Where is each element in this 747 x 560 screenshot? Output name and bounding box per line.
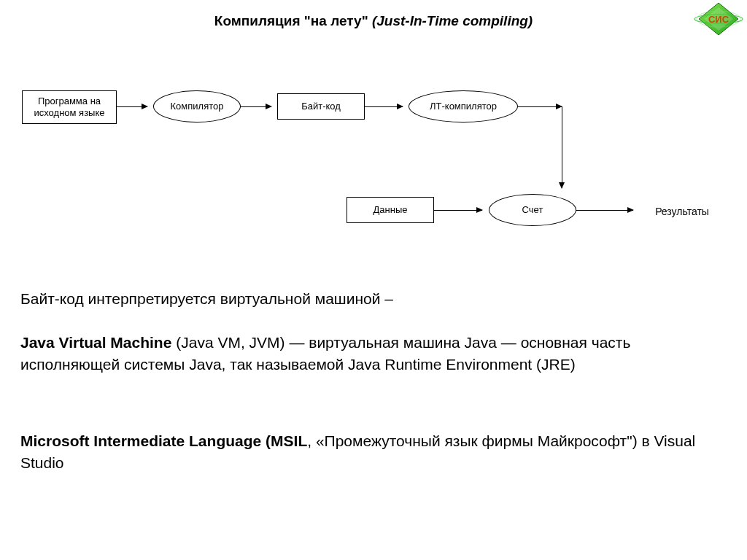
node-bytecode: Байт-код [277, 93, 365, 120]
page-title: Компиляция "на лету" (Just-In-Time compi… [0, 13, 747, 29]
node-source-program: Программа на исходном языке [22, 90, 117, 124]
para-bytecode-interpreted: Байт-код интерпретируется виртуальной ма… [20, 288, 706, 310]
para2-bold: Java Virtual Machine [20, 334, 171, 351]
arrow-compiler-to-bytecode [241, 106, 271, 107]
arrow-bytecode-to-jit [365, 106, 403, 107]
title-ru: Компиляция "на лету" [214, 13, 368, 28]
para1-text: Байт-код интерпретируется виртуальной ма… [20, 290, 393, 307]
jit-diagram: Программа на исходном языке Компилятор Б… [0, 73, 747, 262]
node-run: Счет [489, 194, 576, 226]
arrow-source-to-compiler [117, 106, 147, 107]
node-data: Данные [347, 197, 434, 223]
arrow-run-to-results [576, 210, 633, 211]
arrow-jit-down-to-run [562, 106, 562, 188]
para-msil: Microsoft Intermediate Language (MSIL, «… [20, 430, 706, 475]
para-jvm: Java Virtual Machine (Java VM, JVM) — ви… [20, 332, 706, 376]
title-en: (Just-In-Time compiling) [372, 13, 533, 28]
para3-bold: Microsoft Intermediate Language (MSIL [20, 432, 307, 449]
label-results: Результаты [642, 203, 722, 220]
node-compiler: Компилятор [153, 90, 241, 122]
node-jit-compiler: ЛТ-компилятор [409, 90, 518, 122]
arrow-data-to-run [434, 210, 482, 211]
arrow-jit-right-seg [518, 106, 562, 107]
